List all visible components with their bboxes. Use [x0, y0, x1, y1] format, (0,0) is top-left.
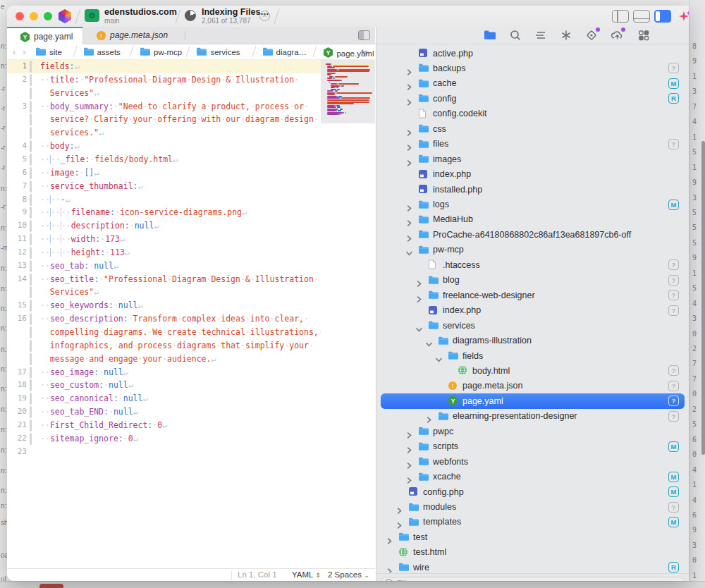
code-line-16[interactable]: 16··seo_description:·Transform·complex·i…: [7, 312, 321, 326]
code-line-3[interactable]: 3··body_summary:·"Need·to·clarify·a·prod…: [7, 100, 321, 114]
indent-selector[interactable]: 2 Spaces ⌄: [328, 570, 369, 579]
tree-item-active-php[interactable]: active.php: [381, 46, 685, 61]
tree-item-logs[interactable]: logsM: [381, 197, 685, 212]
code-line-wrap[interactable]: Services"↵: [7, 87, 321, 100]
tree-item-index-php[interactable]: index.php?: [381, 303, 685, 318]
code-line-12[interactable]: 12······height:·113↵: [7, 246, 321, 259]
code-line-wrap[interactable]: service?·Clarify·your·offering·with·our·…: [7, 113, 321, 126]
symbols-icon[interactable]: [534, 30, 547, 41]
code-line-wrap[interactable]: compelling·diagrams.·We·create·technical…: [7, 326, 321, 339]
tab-page-meta-json[interactable]: ! page.meta.json: [83, 27, 183, 44]
code-line-13[interactable]: 13··seo_tab:·null↵: [7, 259, 321, 273]
code-line-14[interactable]: 14··seo_title:·"Professional·Diagram·Des…: [7, 273, 321, 286]
breadcrumb-item[interactable]: site: [35, 47, 62, 58]
code-line-23[interactable]: 23: [7, 446, 321, 459]
tree-item-xcache[interactable]: xcacheM: [381, 470, 685, 484]
tree-item-services[interactable]: services: [381, 318, 685, 333]
tree-item-cache[interactable]: cacheM: [381, 76, 685, 91]
tree-item-modules[interactable]: modules?: [381, 500, 685, 515]
background-scrollbar[interactable]: [701, 141, 705, 455]
code-line-4[interactable]: 4··body:↵: [7, 140, 321, 153]
source-control-icon[interactable]: [585, 30, 598, 41]
minimap[interactable]: [321, 60, 375, 569]
files-icon[interactable]: [484, 30, 496, 41]
jump-icon[interactable]: ⇆: [361, 47, 367, 57]
code-line-18[interactable]: 18··seo_custom:·null↵: [7, 379, 321, 392]
syntax-selector[interactable]: YAML ⇕: [292, 570, 321, 579]
project-title[interactable]: edenstudios.com: [104, 7, 177, 17]
tree-item-templates[interactable]: templatesM: [381, 515, 685, 529]
code-line-1[interactable]: 1fields:↵: [7, 60, 321, 73]
code-editor[interactable]: 1fields:↵2··title:·"Professional·Diagram…: [7, 60, 321, 569]
search-icon[interactable]: [509, 30, 522, 41]
tab-page-yaml[interactable]: Y page.yaml: [7, 27, 83, 44]
tree-item-images[interactable]: images: [381, 152, 685, 166]
right-sidebar-toggle[interactable]: [654, 10, 671, 23]
tree-item-freelance-web-designer[interactable]: freelance-web-designer?: [381, 288, 685, 302]
tree-item-config-php[interactable]: config.phpM: [381, 484, 685, 499]
code-line-wrap[interactable]: Services"↵: [7, 286, 321, 299]
tree-item-page-yaml[interactable]: Ypage.yaml?: [381, 393, 685, 408]
tree-item-scripts[interactable]: scriptsM: [381, 439, 685, 454]
stop-indexing-icon[interactable]: ✕: [259, 11, 270, 21]
bottom-panel-toggle[interactable]: [633, 10, 650, 23]
code-line-7[interactable]: 7··service_thumbnail:↵: [7, 180, 321, 193]
code-line-2[interactable]: 2··title:·"Professional·Diagram·Design·&…: [7, 73, 321, 87]
project-branch[interactable]: main: [104, 17, 120, 25]
tree-item-test[interactable]: test: [381, 529, 685, 544]
zoom-window-button[interactable]: [44, 12, 52, 20]
tree-item-fields[interactable]: fields: [381, 348, 685, 363]
code-line-20[interactable]: 20··seo_tab_END:·null↵: [7, 405, 321, 419]
tree-item-index-php[interactable]: index.php: [381, 167, 685, 182]
tree-item-diagrams-illustration[interactable]: diagrams-illustration: [381, 333, 685, 348]
left-sidebar-toggle[interactable]: [612, 10, 629, 23]
breadcrumb-item[interactable]: services: [196, 47, 240, 58]
tree-item-pwpc[interactable]: pwpc: [381, 424, 685, 439]
publish-icon[interactable]: [611, 30, 623, 41]
tree-item-mediahub[interactable]: MediaHub: [381, 212, 685, 227]
back-icon[interactable]: ‹: [13, 47, 16, 57]
code-line-10[interactable]: 10······description:·null↵: [7, 219, 321, 233]
tree-item-config-codekit[interactable]: config.codekit: [381, 106, 685, 121]
tree-item-installed-php[interactable]: installed.php: [381, 182, 685, 197]
breadcrumb-item[interactable]: pw-mcp: [140, 47, 182, 58]
tree-item-pw-mcp[interactable]: pw-mcp: [381, 243, 685, 257]
tree-item-config[interactable]: configR: [381, 91, 685, 106]
code-line-11[interactable]: 11······width:·173↵: [7, 233, 321, 246]
tree-item-elearning-presentation-designer[interactable]: elearning-presentation-designer?: [381, 409, 685, 424]
tree-item--htaccess[interactable]: .htaccess?: [381, 257, 685, 272]
code-line-9[interactable]: 9······filename:·icon-service-diagrams.p…: [7, 206, 321, 219]
tree-item-body-html[interactable]: body.html?: [381, 363, 685, 378]
project-icon[interactable]: ⚙: [85, 9, 99, 22]
tree-item-procache-a64180868802c86af13ea681897cb6-off[interactable]: ProCache-a64180868802c86af13ea681897cb6-…: [381, 227, 685, 242]
tree-item-test-html[interactable]: test.html: [381, 545, 685, 560]
breadcrumb-item[interactable]: diagra…: [262, 47, 307, 58]
tree-item-wire[interactable]: wireR: [381, 560, 685, 572]
code-line-21[interactable]: 21··First_Child_Redirect:·0↵: [7, 419, 321, 432]
code-line-wrap[interactable]: infographics,·and·process·diagrams·that·…: [7, 339, 321, 353]
tree-item-backups[interactable]: backups?: [381, 61, 685, 75]
code-line-8[interactable]: 8····-↵: [7, 193, 321, 207]
minimize-window-button[interactable]: [30, 12, 38, 20]
breadcrumb-item[interactable]: assets: [83, 47, 121, 58]
tree-item-webfonts[interactable]: webfonts: [381, 454, 685, 469]
code-line-5[interactable]: 5····_file:·fields/body.html↵: [7, 153, 321, 166]
chevron-right-icon[interactable]: [386, 565, 393, 572]
filter-input[interactable]: Filter: [381, 577, 685, 581]
code-line-15[interactable]: 15··seo_keywords:·null↵: [7, 299, 321, 312]
tree-item-css[interactable]: css: [381, 121, 685, 136]
assistant-sparkle-icon[interactable]: [678, 9, 689, 23]
code-line-17[interactable]: 17··seo_image:·null↵: [7, 366, 321, 379]
tree-item-files[interactable]: files?: [381, 137, 685, 152]
asterisk-icon[interactable]: [560, 30, 572, 41]
editor-layout-icon[interactable]: [358, 30, 370, 40]
tree-item-page-meta-json[interactable]: !page.meta.json?: [381, 379, 685, 393]
forward-icon[interactable]: ›: [23, 47, 25, 57]
code-line-wrap[interactable]: message·and·engage·your·audience.↵: [7, 353, 321, 366]
extensions-icon[interactable]: [637, 30, 650, 41]
code-line-19[interactable]: 19··seo_canonical:·null↵: [7, 392, 321, 405]
code-line-wrap[interactable]: services."↵: [7, 126, 321, 140]
close-window-button[interactable]: [16, 12, 24, 20]
code-line-6[interactable]: 6··image:·[]↵: [7, 166, 321, 180]
tree-item-blog[interactable]: blog?: [381, 273, 685, 288]
